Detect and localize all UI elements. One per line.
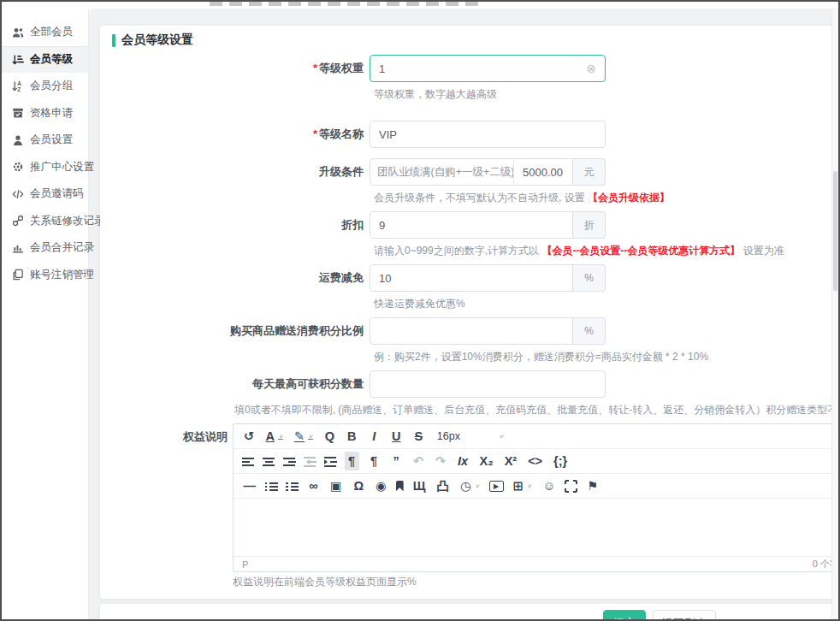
sidebar-item-invite-code[interactable]: 会员邀请码 — [2, 180, 88, 208]
clear-format-icon[interactable]: Ix — [456, 452, 470, 470]
blockquote-icon[interactable]: ” — [389, 452, 404, 470]
paragraph-ltr-icon[interactable]: ¶ — [345, 452, 359, 470]
horizontal-rule-icon[interactable]: — — [242, 476, 258, 495]
points-ratio-input[interactable] — [370, 317, 573, 345]
field-label: 等级权重 — [319, 62, 364, 74]
benefits-helper: 权益说明在前端会员等级权益页面显示% — [233, 575, 417, 589]
chevron-down-icon: ∨ — [308, 434, 313, 440]
application-box-icon — [12, 107, 24, 119]
preview-eye-icon[interactable]: ◉ — [374, 476, 388, 495]
sidebar-item-label: 会员合并记录 — [30, 240, 94, 255]
superscript-icon[interactable]: X² — [503, 452, 519, 470]
paragraph-rtl-icon[interactable]: ¶ — [367, 452, 382, 470]
upgrade-condition-input[interactable]: 团队业绩满(自购+一级+二级) 5000.00 — [370, 158, 573, 186]
bold-icon[interactable]: B — [345, 427, 359, 446]
sidebar-item-member-groups[interactable]: A Z 会员分组 — [2, 73, 88, 100]
highlight-pen-icon[interactable]: ✎∨ — [293, 427, 315, 446]
sidebar-item-account-cancel[interactable]: 账号注销管理 — [2, 262, 88, 289]
svg-text:Z: Z — [17, 86, 21, 92]
points-ratio-helper: 例：购买2件，设置10%消费积分，赠送消费积分=商品实付金额 * 2 * 10% — [374, 350, 708, 364]
sidebar-item-label: 推广中心设置 — [30, 160, 94, 174]
print-icon[interactable]: 凸 — [435, 476, 451, 495]
subscript-icon[interactable]: X₂ — [478, 452, 495, 470]
sidebar-item-all-members[interactable]: 全部会员 — [2, 19, 88, 46]
indent-icon[interactable] — [324, 455, 337, 468]
submit-button[interactable]: 提交 — [603, 610, 646, 621]
form-row-level-name: *等级名称 VIP — [112, 121, 606, 148]
form-row-level-weight: *等级权重 1 ⊗ — [112, 55, 606, 82]
history-undo-icon[interactable]: ↺ — [242, 427, 257, 446]
sidebar-item-label: 会员邀请码 — [30, 186, 84, 201]
align-left-icon[interactable] — [242, 455, 255, 468]
font-size-select-icon[interactable]: 16px∨ — [434, 427, 507, 446]
insert-image-icon[interactable]: ▣ — [328, 476, 344, 495]
anchor-icon[interactable]: Щ — [411, 476, 428, 495]
daily-points-limit-helper: 填0或者不填即不限制, (商品赠送、订单赠送、后台充值、充值码充值、批量充值、转… — [234, 403, 840, 417]
form-row-upgrade-condition: 升级条件 团队业绩满(自购+一级+二级) 5000.00 元 — [112, 158, 606, 186]
outdent-icon[interactable] — [304, 455, 316, 468]
emoji-icon[interactable]: ☺ — [541, 476, 558, 495]
code-inline-icon[interactable]: <> — [526, 452, 544, 470]
ordered-list-icon[interactable] — [286, 480, 299, 493]
insert-time-icon[interactable]: ◷∨ — [458, 476, 482, 495]
sidebar-item-relation-log[interactable]: 关系链修改记录 — [2, 208, 88, 235]
chevron-down-icon: ∨ — [278, 434, 283, 440]
editor-content-area[interactable] — [234, 499, 840, 556]
back-to-list-button[interactable]: 返回列表 — [653, 610, 716, 621]
daily-points-limit-input[interactable] — [370, 370, 606, 398]
underline-icon[interactable]: U — [389, 427, 404, 446]
field-label: 每天最高可获积分数量 — [252, 377, 364, 390]
sidebar-item-member-levels[interactable]: 会员等级 — [2, 46, 88, 74]
sidebar-item-qualification[interactable]: 资格申请 — [2, 100, 88, 127]
strikethrough-icon[interactable]: S — [411, 427, 426, 446]
clear-icon[interactable]: ⊗ — [586, 62, 596, 75]
level-name-input[interactable]: VIP — [370, 121, 606, 148]
editor-status-bar: P 0 个字 — [234, 556, 840, 571]
chevron-down-icon: ∨ — [475, 483, 480, 489]
field-label: 折扣 — [341, 218, 364, 231]
special-char-icon[interactable]: Ω — [352, 476, 366, 495]
fullscreen-icon[interactable] — [565, 480, 577, 493]
search-icon[interactable]: Q — [322, 427, 337, 446]
undo-icon[interactable]: ↶ — [411, 452, 426, 470]
insert-table-icon[interactable]: ⊞∨ — [512, 476, 534, 495]
sidebar-item-label: 资格申请 — [30, 106, 73, 121]
sidebar-item-member-settings[interactable]: 会员设置 — [2, 127, 88, 154]
upgrade-condition-type[interactable]: 团队业绩满(自购+一级+二级) — [370, 159, 514, 185]
discount-calc-link[interactable]: 【会员--会员设置--会员等级优惠计算方式】 — [541, 245, 740, 257]
sidebar-item-merge-log[interactable]: 会员合并记录 — [2, 234, 88, 262]
unordered-list-icon[interactable] — [265, 480, 278, 493]
form-row-shipping-discount: 运费减免 10 % — [112, 264, 606, 292]
sidebar-item-label: 会员等级 — [30, 52, 73, 67]
sidebar-item-label: 账号注销管理 — [30, 268, 94, 282]
font-color-icon[interactable]: A∨ — [264, 427, 285, 446]
level-weight-input[interactable]: 1 ⊗ — [370, 55, 606, 82]
field-label: 权益说明 — [183, 430, 228, 443]
required-mark: * — [313, 127, 317, 140]
redo-icon[interactable]: ↷ — [434, 452, 448, 470]
insert-link-icon[interactable]: ∞ — [306, 476, 321, 495]
unit-suffix: 元 — [573, 158, 606, 186]
field-label: 购买商品赠送消费积分比例 — [230, 324, 364, 337]
upgrade-basis-link[interactable]: 【会员升级依据】 — [588, 192, 670, 204]
italic-icon[interactable]: I — [367, 427, 382, 446]
code-block-icon[interactable]: {;} — [552, 452, 569, 470]
unit-suffix: 折 — [573, 211, 606, 239]
align-right-icon[interactable] — [283, 455, 296, 468]
sidebar: 全部会员 会员等级 A Z 会员分组 资格申请 会员设置 推广中 — [2, 9, 89, 619]
align-center-icon[interactable] — [263, 455, 275, 468]
shipping-discount-input[interactable]: 10 — [370, 264, 573, 292]
gear-icon — [12, 161, 24, 173]
insert-video-icon[interactable]: ▶ — [489, 481, 504, 492]
shipping-discount-helper: 快递运费减免优惠% — [374, 297, 465, 311]
sidebar-item-promotion-settings[interactable]: 推广中心设置 — [2, 154, 88, 181]
scrollbar-thumb[interactable] — [833, 171, 837, 291]
discount-input[interactable]: 9 — [370, 211, 573, 239]
format-painter-icon[interactable]: ⚑ — [585, 476, 600, 495]
users-icon — [12, 27, 24, 38]
file-copy-icon — [12, 269, 24, 281]
bookmark-icon[interactable] — [396, 481, 404, 492]
clipped-scrolled-content — [2, 2, 838, 9]
vertical-scrollbar[interactable] — [831, 9, 838, 619]
sidebar-item-label: 全部会员 — [30, 25, 73, 39]
